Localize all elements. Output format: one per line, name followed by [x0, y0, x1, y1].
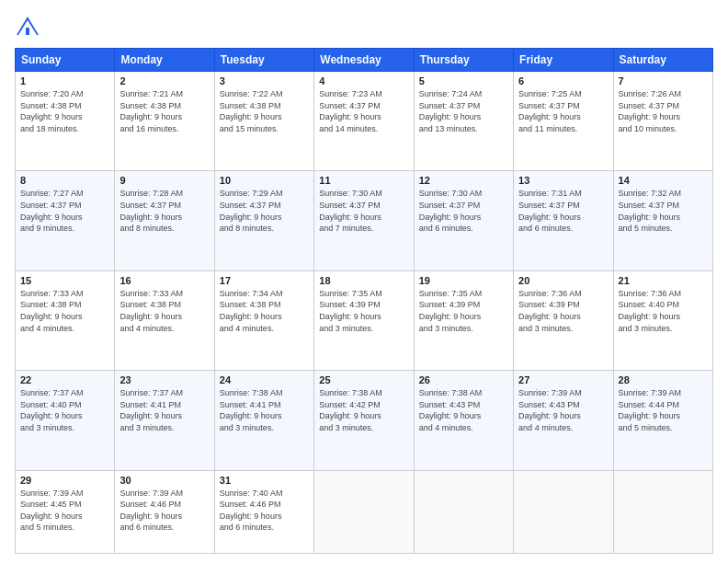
calendar-cell: 11Sunrise: 7:30 AM Sunset: 4:37 PM Dayli…: [314, 171, 414, 270]
day-number: 3: [220, 75, 309, 86]
day-info: Sunrise: 7:38 AM Sunset: 4:43 PM Dayligh…: [419, 387, 508, 433]
day-number: 23: [119, 374, 209, 385]
day-info: Sunrise: 7:21 AM Sunset: 4:38 PM Dayligh…: [119, 88, 209, 134]
calendar-cell: 3Sunrise: 7:22 AM Sunset: 4:38 PM Daylig…: [214, 72, 313, 171]
calendar-header-friday: Friday: [514, 49, 613, 72]
calendar-cell: 29Sunrise: 7:39 AM Sunset: 4:45 PM Dayli…: [16, 470, 115, 553]
day-info: Sunrise: 7:40 AM Sunset: 4:46 PM Dayligh…: [220, 488, 309, 534]
header: [15, 15, 713, 40]
calendar-cell: 19Sunrise: 7:35 AM Sunset: 4:39 PM Dayli…: [414, 270, 513, 370]
day-info: Sunrise: 7:31 AM Sunset: 4:37 PM Dayligh…: [518, 188, 608, 234]
day-info: Sunrise: 7:30 AM Sunset: 4:37 PM Dayligh…: [419, 188, 508, 234]
logo: [15, 15, 44, 40]
day-number: 4: [319, 75, 408, 86]
day-number: 15: [20, 275, 109, 286]
day-info: Sunrise: 7:27 AM Sunset: 4:37 PM Dayligh…: [20, 188, 109, 234]
day-info: Sunrise: 7:33 AM Sunset: 4:38 PM Dayligh…: [20, 288, 109, 334]
day-number: 6: [518, 75, 608, 86]
calendar-cell: 17Sunrise: 7:34 AM Sunset: 4:38 PM Dayli…: [214, 270, 313, 370]
calendar-cell: [414, 470, 513, 553]
day-number: 24: [220, 374, 309, 385]
calendar-header-row: SundayMondayTuesdayWednesdayThursdayFrid…: [16, 49, 713, 72]
day-number: 14: [619, 175, 708, 186]
calendar-cell: [314, 470, 414, 553]
day-info: Sunrise: 7:37 AM Sunset: 4:41 PM Dayligh…: [119, 387, 209, 433]
day-number: 28: [619, 374, 708, 385]
calendar-cell: 23Sunrise: 7:37 AM Sunset: 4:41 PM Dayli…: [115, 371, 214, 470]
day-number: 18: [319, 275, 408, 286]
day-info: Sunrise: 7:29 AM Sunset: 4:37 PM Dayligh…: [220, 188, 309, 234]
calendar-cell: 6Sunrise: 7:25 AM Sunset: 4:37 PM Daylig…: [514, 72, 613, 171]
day-number: 19: [419, 275, 508, 286]
calendar-cell: 5Sunrise: 7:24 AM Sunset: 4:37 PM Daylig…: [414, 72, 513, 171]
page: SundayMondayTuesdayWednesdayThursdayFrid…: [0, 0, 728, 563]
logo-icon: [15, 15, 40, 40]
day-number: 26: [419, 374, 508, 385]
day-info: Sunrise: 7:33 AM Sunset: 4:38 PM Dayligh…: [119, 288, 209, 334]
calendar-cell: 12Sunrise: 7:30 AM Sunset: 4:37 PM Dayli…: [414, 171, 513, 270]
calendar-cell: 27Sunrise: 7:39 AM Sunset: 4:43 PM Dayli…: [514, 371, 613, 470]
calendar-cell: 9Sunrise: 7:28 AM Sunset: 4:37 PM Daylig…: [115, 171, 214, 270]
calendar-cell: 4Sunrise: 7:23 AM Sunset: 4:37 PM Daylig…: [314, 72, 414, 171]
day-info: Sunrise: 7:37 AM Sunset: 4:40 PM Dayligh…: [20, 387, 109, 433]
day-info: Sunrise: 7:38 AM Sunset: 4:42 PM Dayligh…: [319, 387, 408, 433]
calendar-cell: 20Sunrise: 7:36 AM Sunset: 4:39 PM Dayli…: [514, 270, 613, 370]
day-number: 27: [518, 374, 608, 385]
day-info: Sunrise: 7:26 AM Sunset: 4:37 PM Dayligh…: [619, 88, 708, 134]
calendar-cell: [613, 470, 712, 553]
calendar-cell: 15Sunrise: 7:33 AM Sunset: 4:38 PM Dayli…: [16, 270, 115, 370]
calendar-cell: 21Sunrise: 7:36 AM Sunset: 4:40 PM Dayli…: [613, 270, 712, 370]
day-info: Sunrise: 7:34 AM Sunset: 4:38 PM Dayligh…: [220, 288, 309, 334]
calendar-cell: 22Sunrise: 7:37 AM Sunset: 4:40 PM Dayli…: [16, 371, 115, 470]
day-info: Sunrise: 7:38 AM Sunset: 4:41 PM Dayligh…: [220, 387, 309, 433]
day-info: Sunrise: 7:32 AM Sunset: 4:37 PM Dayligh…: [619, 188, 708, 234]
calendar-cell: 26Sunrise: 7:38 AM Sunset: 4:43 PM Dayli…: [414, 371, 513, 470]
day-info: Sunrise: 7:30 AM Sunset: 4:37 PM Dayligh…: [319, 188, 408, 234]
calendar-cell: 24Sunrise: 7:38 AM Sunset: 4:41 PM Dayli…: [214, 371, 313, 470]
calendar-cell: 16Sunrise: 7:33 AM Sunset: 4:38 PM Dayli…: [115, 270, 214, 370]
day-number: 11: [319, 175, 408, 186]
day-number: 12: [419, 175, 508, 186]
day-info: Sunrise: 7:22 AM Sunset: 4:38 PM Dayligh…: [220, 88, 309, 134]
calendar-cell: 13Sunrise: 7:31 AM Sunset: 4:37 PM Dayli…: [514, 171, 613, 270]
day-number: 20: [518, 275, 608, 286]
calendar-cell: 18Sunrise: 7:35 AM Sunset: 4:39 PM Dayli…: [314, 270, 414, 370]
day-info: Sunrise: 7:39 AM Sunset: 4:46 PM Dayligh…: [119, 488, 209, 534]
calendar: SundayMondayTuesdayWednesdayThursdayFrid…: [15, 48, 713, 554]
calendar-header-saturday: Saturday: [613, 49, 712, 72]
day-number: 29: [20, 475, 109, 486]
calendar-cell: 8Sunrise: 7:27 AM Sunset: 4:37 PM Daylig…: [16, 171, 115, 270]
day-number: 1: [20, 75, 109, 86]
day-number: 8: [20, 175, 109, 186]
calendar-cell: [514, 470, 613, 553]
day-number: 10: [220, 175, 309, 186]
calendar-cell: 30Sunrise: 7:39 AM Sunset: 4:46 PM Dayli…: [115, 470, 214, 553]
calendar-header-monday: Monday: [115, 49, 214, 72]
day-number: 21: [619, 275, 708, 286]
day-number: 2: [119, 75, 209, 86]
day-info: Sunrise: 7:24 AM Sunset: 4:37 PM Dayligh…: [419, 88, 508, 134]
day-info: Sunrise: 7:23 AM Sunset: 4:37 PM Dayligh…: [319, 88, 408, 134]
calendar-cell: 28Sunrise: 7:39 AM Sunset: 4:44 PM Dayli…: [613, 371, 712, 470]
day-info: Sunrise: 7:28 AM Sunset: 4:37 PM Dayligh…: [119, 188, 209, 234]
day-number: 22: [20, 374, 109, 385]
day-number: 30: [119, 475, 209, 486]
calendar-cell: 31Sunrise: 7:40 AM Sunset: 4:46 PM Dayli…: [214, 470, 313, 553]
day-info: Sunrise: 7:25 AM Sunset: 4:37 PM Dayligh…: [518, 88, 608, 134]
calendar-cell: 7Sunrise: 7:26 AM Sunset: 4:37 PM Daylig…: [613, 72, 712, 171]
calendar-cell: 14Sunrise: 7:32 AM Sunset: 4:37 PM Dayli…: [613, 171, 712, 270]
calendar-header-tuesday: Tuesday: [214, 49, 313, 72]
day-info: Sunrise: 7:39 AM Sunset: 4:43 PM Dayligh…: [518, 387, 608, 433]
day-number: 31: [220, 475, 309, 486]
day-info: Sunrise: 7:35 AM Sunset: 4:39 PM Dayligh…: [319, 288, 408, 334]
day-number: 7: [619, 75, 708, 86]
day-number: 5: [419, 75, 508, 86]
day-info: Sunrise: 7:36 AM Sunset: 4:40 PM Dayligh…: [619, 288, 708, 334]
day-number: 25: [319, 374, 408, 385]
day-number: 13: [518, 175, 608, 186]
day-info: Sunrise: 7:39 AM Sunset: 4:45 PM Dayligh…: [20, 488, 109, 534]
calendar-cell: 2Sunrise: 7:21 AM Sunset: 4:38 PM Daylig…: [115, 72, 214, 171]
calendar-header-wednesday: Wednesday: [314, 49, 414, 72]
day-info: Sunrise: 7:36 AM Sunset: 4:39 PM Dayligh…: [518, 288, 608, 334]
day-number: 9: [119, 175, 209, 186]
